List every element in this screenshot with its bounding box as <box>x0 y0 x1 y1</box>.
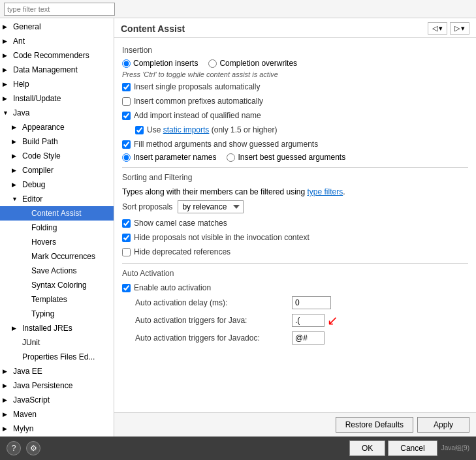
insert-prefixes-label[interactable]: Insert common prefixes automatically <box>134 95 263 107</box>
sidebar-item-install-update[interactable]: ▶Install/Update <box>0 91 114 106</box>
sidebar-item-java[interactable]: ▼Java <box>0 106 114 120</box>
help-icon: ? <box>12 444 16 453</box>
sidebar-item-label-compiler: Compiler <box>22 164 54 176</box>
fill-method-checkbox[interactable] <box>122 140 131 149</box>
bottom-button-bar: Restore Defaults Apply <box>114 412 476 437</box>
hide-proposals-row: Hide proposals not visible in the invoca… <box>122 232 468 243</box>
sidebar-item-label-mark-occurrences: Mark Occurrences <box>31 251 95 262</box>
sidebar-item-label-code-style: Code Style <box>22 150 61 162</box>
sidebar-item-java-ee[interactable]: ▶Java EE <box>0 364 114 378</box>
ok-button[interactable]: OK <box>349 440 385 456</box>
nav-buttons: ◁ ▾ ▷ ▾ <box>428 22 469 35</box>
enable-auto-checkbox[interactable] <box>122 284 131 292</box>
completion-overwrites-radio[interactable] <box>208 59 217 68</box>
watermark-text: Java组(9) <box>441 444 469 453</box>
sidebar-item-help[interactable]: ▶Help <box>0 77 114 91</box>
show-camel-checkbox[interactable] <box>122 219 131 228</box>
completion-inserts-radio[interactable] <box>122 59 131 68</box>
sidebar-item-java-persistence[interactable]: ▶Java Persistence <box>0 378 114 393</box>
completion-overwrites-label: Completion overwrites <box>219 59 297 68</box>
triggers-java-row: Auto activation triggers for Java: ↙ <box>122 313 468 328</box>
sidebar-item-mark-occurrences[interactable]: Mark Occurrences <box>0 249 114 264</box>
cancel-button[interactable]: Cancel <box>388 440 437 456</box>
sidebar-item-build-path[interactable]: ▶Build Path <box>0 134 114 149</box>
triggers-java-input[interactable] <box>292 314 325 327</box>
sidebar-item-code-style[interactable]: ▶Code Style <box>0 149 114 163</box>
sidebar-item-compiler[interactable]: ▶Compiler <box>0 163 114 177</box>
arrow-right-general: ▶ <box>3 21 12 33</box>
insert-prefixes-checkbox[interactable] <box>122 97 131 106</box>
insert-param-option[interactable]: Insert parameter names <box>122 153 216 162</box>
sidebar-item-debug[interactable]: ▶Debug <box>0 177 114 192</box>
sidebar-item-ant[interactable]: ▶Ant <box>0 34 114 48</box>
fill-method-row: Fill method arguments and show guessed a… <box>122 138 468 150</box>
restore-defaults-button[interactable]: Restore Defaults <box>336 417 413 433</box>
sidebar-item-label-syntax-coloring: Syntax Coloring <box>31 279 87 291</box>
sidebar-item-content-assist[interactable]: Content Assist <box>0 206 114 221</box>
sidebar-item-syntax-coloring[interactable]: Syntax Coloring <box>0 278 114 292</box>
insert-single-row: Insert single proposals automatically <box>122 81 468 93</box>
insert-best-radio[interactable] <box>227 153 235 162</box>
sidebar-item-templates[interactable]: Templates <box>0 292 114 307</box>
ok-cancel-area: OK Cancel <box>349 440 437 456</box>
sorting-section-title: Sorting and Filtering <box>122 173 468 182</box>
insert-param-radio[interactable] <box>122 153 131 162</box>
sidebar-item-code-recommenders[interactable]: ▶Code Recommenders <box>0 48 114 63</box>
sidebar-item-label-code-recommenders: Code Recommenders <box>13 50 89 61</box>
sidebar-item-properties-files-editor[interactable]: Properties Files Ed... <box>0 350 114 364</box>
apply-button[interactable]: Apply <box>417 417 469 433</box>
hide-deprecated-checkbox[interactable] <box>122 248 131 256</box>
sidebar-item-mylyn[interactable]: ▶Mylyn <box>0 422 114 436</box>
arrow-right-appearance: ▶ <box>12 121 21 133</box>
insert-best-option[interactable]: Insert best guessed arguments <box>227 153 345 162</box>
use-static-checkbox[interactable] <box>135 126 144 134</box>
fill-method-label[interactable]: Fill method arguments and show guessed a… <box>134 138 318 150</box>
completion-inserts-option[interactable]: Completion inserts <box>122 59 198 68</box>
tree-panel: ▶General▶Ant▶Code Recommenders▶Data Mana… <box>0 18 114 437</box>
sort-select[interactable]: by relevance alphabetically <box>178 200 244 213</box>
insert-single-label[interactable]: Insert single proposals automatically <box>134 81 260 93</box>
sidebar-item-maven[interactable]: ▶Maven <box>0 407 114 422</box>
help-icon-button[interactable]: ? <box>7 441 21 455</box>
sidebar-item-installed-jres[interactable]: ▶Installed JREs <box>0 321 114 335</box>
sidebar-item-label-general: General <box>13 21 41 33</box>
static-imports-link[interactable]: static imports <box>163 125 210 134</box>
settings-icon-button[interactable]: ⚙ <box>26 441 40 455</box>
sidebar-item-typing[interactable]: Typing <box>0 307 114 321</box>
enable-auto-label[interactable]: Enable auto activation <box>134 282 211 294</box>
hide-proposals-checkbox[interactable] <box>122 234 131 242</box>
add-import-checkbox[interactable] <box>122 112 131 120</box>
sidebar-item-folding[interactable]: Folding <box>0 221 114 235</box>
content-body: Insertion Completion inserts Completion … <box>114 38 476 412</box>
sidebar-item-save-actions[interactable]: Save Actions <box>0 264 114 278</box>
sidebar-item-editor[interactable]: ▼Editor <box>0 192 114 206</box>
hide-proposals-label[interactable]: Hide proposals not visible in the invoca… <box>134 232 309 243</box>
show-camel-label[interactable]: Show camel case matches <box>134 217 227 229</box>
hide-deprecated-row: Hide deprecated references <box>122 246 468 258</box>
filter-input[interactable] <box>4 3 115 16</box>
completion-overwrites-option[interactable]: Completion overwrites <box>208 59 297 68</box>
sidebar-item-label-junit: JUnit <box>22 337 40 348</box>
nav-back-button[interactable]: ◁ ▾ <box>428 22 447 35</box>
type-filters-link[interactable]: type filters <box>308 186 343 198</box>
sidebar-item-junit[interactable]: JUnit <box>0 335 114 350</box>
arrow-right-debug: ▶ <box>12 179 21 191</box>
sidebar-item-data-management[interactable]: ▶Data Management <box>0 63 114 77</box>
delay-input[interactable] <box>292 296 331 309</box>
bottom-right-area: OK Cancel Java组(9) <box>349 440 469 456</box>
sidebar-item-appearance[interactable]: ▶Appearance <box>0 120 114 134</box>
arrow-right-mylyn: ▶ <box>3 423 12 435</box>
triggers-javadoc-label: Auto activation triggers for Javadoc: <box>135 333 292 343</box>
insert-single-checkbox[interactable] <box>122 83 131 91</box>
triggers-javadoc-input[interactable] <box>292 331 325 345</box>
arrow-right-javascript: ▶ <box>3 394 12 406</box>
sort-proposals-label: Sort proposals <box>122 202 172 211</box>
triggers-javadoc-row: Auto activation triggers for Javadoc: <box>122 331 468 345</box>
add-import-label[interactable]: Add import instead of qualified name <box>134 110 261 121</box>
sidebar-item-general[interactable]: ▶General <box>0 20 114 34</box>
nav-forward-button[interactable]: ▷ ▾ <box>450 22 469 35</box>
sidebar-item-label-maven: Maven <box>13 408 37 420</box>
hide-deprecated-label[interactable]: Hide deprecated references <box>134 246 230 258</box>
sidebar-item-javascript[interactable]: ▶JavaScript <box>0 393 114 407</box>
sidebar-item-hovers[interactable]: Hovers <box>0 235 114 249</box>
